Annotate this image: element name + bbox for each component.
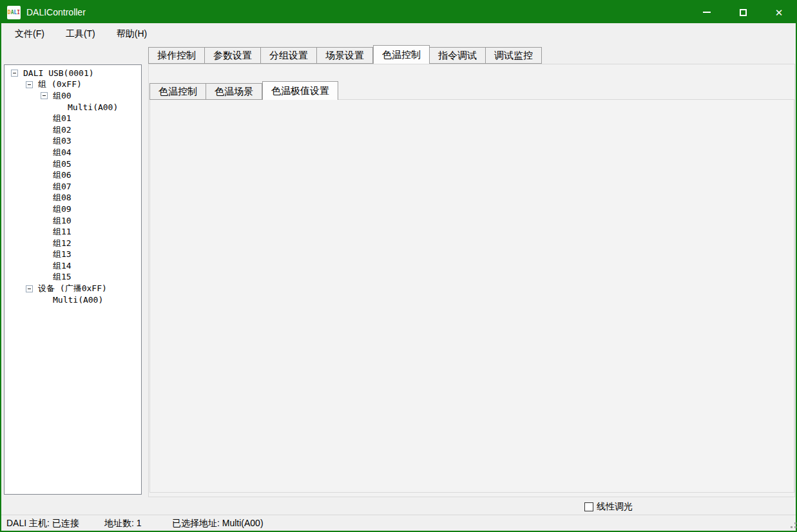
tree-item[interactable]: 组07 [5, 181, 141, 193]
title-bar: DALI DALIController ✕ [0, 0, 797, 24]
app-window: DALI DALIController ✕ 文件(F)工具(T)帮助(H) DA… [0, 0, 797, 532]
checkbox-label: 线性调光 [597, 501, 633, 513]
resize-grip-icon[interactable] [791, 526, 792, 528]
tree-item[interactable]: 组10 [5, 215, 141, 227]
tree-item[interactable]: 组 (0xFF) [5, 79, 141, 91]
status-text: DALI 主机: 已连接 [6, 518, 79, 529]
tree-item-label: 组11 [53, 226, 72, 238]
menu-item-工具(T)[interactable]: 工具(T) [58, 24, 103, 44]
tree-item[interactable]: 组04 [5, 147, 141, 158]
sub-tab-strip: 色温控制色温场景色温极值设置 [149, 83, 338, 100]
tree-item-label: 组00 [53, 90, 72, 102]
collapse-expander-icon[interactable] [26, 81, 33, 88]
tree-item[interactable]: 组00 [5, 90, 141, 102]
tree-item-label: 组14 [53, 260, 72, 272]
bottom-strip: 线性调光 [1, 497, 796, 516]
tree-item-label: 组 (0xFF) [38, 79, 82, 90]
status-text: 地址数: 1 [104, 518, 142, 529]
tree-item[interactable]: Multi(A00) [5, 102, 141, 113]
main-tab-strip: 操作控制参数设置分组设置场景设置色温控制指令调试调试监控 [148, 47, 542, 64]
subtab-色温控制[interactable]: 色温控制 [149, 83, 206, 100]
tree-item-label: 组05 [53, 158, 72, 170]
tree-item-label: Multi(A00) [53, 295, 103, 305]
tree-item[interactable]: 组08 [5, 193, 141, 204]
status-text: 已选择地址: Multi(A00) [172, 518, 264, 529]
status-bar: DALI 主机: 已连接地址数: 1已选择地址: Multi(A00) [1, 515, 796, 531]
app-logo-icon: DALI [7, 6, 21, 19]
minimize-icon [703, 12, 711, 13]
tree-item[interactable]: Multi(A00) [5, 294, 141, 306]
tab-色温控制[interactable]: 色温控制 [373, 45, 430, 64]
tree-item-label: 组13 [53, 249, 72, 260]
tree-item-label: Multi(A00) [68, 102, 118, 112]
checkbox-icon [584, 502, 593, 511]
tree-item-label: 组10 [53, 215, 72, 227]
tab-场景设置[interactable]: 场景设置 [317, 47, 373, 64]
tree-item-label: 组06 [53, 169, 72, 181]
sub-tab-page [149, 99, 794, 493]
device-tree-panel: DALI USB(0001)组 (0xFF)组00Multi(A00)组01组0… [4, 64, 142, 495]
tree-item-label: 组15 [53, 271, 72, 283]
tree-item-label: 设备 (广播0xFF) [38, 283, 107, 294]
tree-item-label: 组09 [53, 204, 72, 215]
minimize-button[interactable] [689, 0, 725, 24]
tree-item-label: 组08 [53, 192, 72, 204]
tree-item-label: 组04 [53, 147, 72, 158]
tree-item-label: 组02 [53, 124, 72, 136]
tab-指令调试[interactable]: 指令调试 [430, 47, 486, 64]
tree-view: DALI USB(0001)组 (0xFF)组00Multi(A00)组01组0… [5, 68, 141, 305]
tree-item-label: 组07 [53, 181, 72, 193]
tab-分组设置[interactable]: 分组设置 [261, 47, 317, 64]
subtab-色温场景[interactable]: 色温场景 [206, 83, 262, 100]
tree-item[interactable]: 组02 [5, 124, 141, 136]
tree-item[interactable]: DALI USB(0001) [5, 68, 141, 79]
tree-item[interactable]: 设备 (广播0xFF) [5, 283, 141, 294]
tree-item-label: DALI USB(0001) [23, 68, 94, 78]
close-icon: ✕ [775, 8, 783, 17]
close-button[interactable]: ✕ [761, 0, 797, 24]
tree-item[interactable]: 组06 [5, 169, 141, 181]
maximize-icon [740, 9, 747, 16]
collapse-expander-icon[interactable] [26, 285, 33, 292]
tree-item[interactable]: 组11 [5, 226, 141, 238]
logo-letter: I [17, 10, 20, 15]
menu-item-文件(F)[interactable]: 文件(F) [7, 24, 52, 44]
menu-item-帮助(H)[interactable]: 帮助(H) [109, 24, 155, 44]
menu-bar: 文件(F)工具(T)帮助(H) [1, 23, 796, 45]
tree-item[interactable]: 组15 [5, 272, 141, 283]
tree-item[interactable]: 组05 [5, 158, 141, 170]
maximize-button[interactable] [725, 0, 761, 24]
tree-item[interactable]: 组03 [5, 136, 141, 147]
tree-item-label: 组01 [53, 113, 72, 124]
tab-操作控制[interactable]: 操作控制 [148, 47, 205, 64]
tree-item[interactable]: 组14 [5, 260, 141, 272]
tree-item[interactable]: 组09 [5, 204, 141, 215]
collapse-expander-icon[interactable] [41, 92, 48, 99]
tree-item[interactable]: 组01 [5, 113, 141, 124]
linear-dimming-checkbox[interactable]: 线性调光 [584, 501, 633, 513]
tree-item-label: 组03 [53, 135, 72, 147]
window-controls: ✕ [689, 0, 797, 24]
tab-参数设置[interactable]: 参数设置 [205, 47, 261, 64]
collapse-expander-icon[interactable] [11, 70, 18, 77]
window-title: DALIController [26, 7, 86, 17]
tree-item-label: 组12 [53, 238, 72, 249]
tree-item[interactable]: 组13 [5, 249, 141, 261]
tab-调试监控[interactable]: 调试监控 [486, 47, 542, 64]
subtab-色温极值设置[interactable]: 色温极值设置 [262, 81, 338, 100]
tree-item[interactable]: 组12 [5, 238, 141, 249]
